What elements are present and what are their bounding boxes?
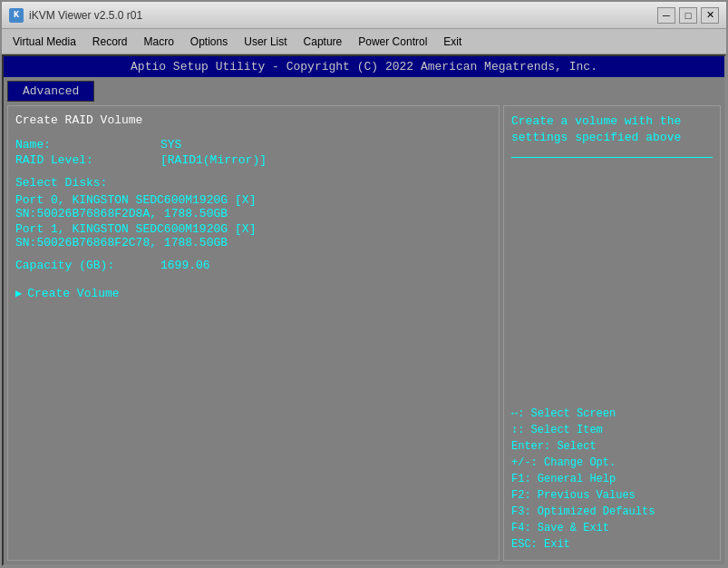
- key-hint-3: +/-: Change Opt.: [511, 455, 713, 471]
- key-hint-5: F2: Previous Values: [511, 487, 713, 504]
- name-label: Name:: [15, 138, 160, 152]
- title-bar-left: K iKVM Viewer v2.5.0 r01: [9, 8, 142, 23]
- bios-header: Aptio Setup Utility - Copyright (C) 2022…: [4, 56, 724, 77]
- close-button[interactable]: ✕: [701, 7, 719, 24]
- menu-bar: Virtual Media Record Macro Options User …: [2, 29, 726, 54]
- key-hint-8: ESC: Exit: [511, 536, 713, 553]
- create-volume-row[interactable]: ▶ Create Volume: [15, 287, 491, 300]
- create-volume-label: Create Volume: [27, 287, 119, 300]
- menu-power-control[interactable]: Power Control: [351, 33, 434, 51]
- disk1-name-row: Port 1, KINGSTON SEDC600M1920G [X]: [15, 222, 491, 236]
- menu-options[interactable]: Options: [183, 33, 235, 51]
- name-value: SYS: [160, 138, 181, 152]
- menu-macro[interactable]: Macro: [137, 33, 181, 51]
- minimize-button[interactable]: ─: [657, 7, 675, 24]
- bios-body: Create RAID Volume Name: SYS RAID Level:…: [4, 102, 724, 564]
- key-hints: ↔: Select Screen ↕: Select Item Enter: S…: [511, 406, 713, 553]
- bios-section-title: Create RAID Volume: [15, 113, 491, 127]
- disk1-name: Port 1, KINGSTON SEDC600M1920G: [15, 222, 228, 236]
- main-window: K iKVM Viewer v2.5.0 r01 ─ □ ✕ Virtual M…: [0, 0, 728, 568]
- disk0-serial: SN:50026B76868F2D8A, 1788.50GB: [15, 207, 491, 220]
- menu-record[interactable]: Record: [85, 33, 135, 51]
- select-disks-label: Select Disks:: [15, 176, 491, 190]
- maximize-button[interactable]: □: [679, 7, 697, 24]
- bios-content-area: Aptio Setup Utility - Copyright (C) 2022…: [2, 54, 726, 566]
- divider: [511, 157, 713, 158]
- capacity-row: Capacity (GB): 1699.06: [15, 259, 491, 272]
- tab-advanced[interactable]: Advanced: [7, 81, 94, 102]
- disk0-row: Port 0, KINGSTON SEDC600M1920G [X] SN:50…: [15, 193, 491, 220]
- disk0-name-row: Port 0, KINGSTON SEDC600M1920G [X]: [15, 193, 491, 207]
- title-bar: K iKVM Viewer v2.5.0 r01 ─ □ ✕: [2, 2, 726, 29]
- disk1-row: Port 1, KINGSTON SEDC600M1920G [X] SN:50…: [15, 222, 491, 250]
- disk1-serial: SN:50026B76868F2C78, 1788.50GB: [15, 236, 491, 250]
- create-volume-arrow: ▶: [15, 287, 22, 300]
- capacity-label: Capacity (GB):: [15, 259, 160, 272]
- bios-left-panel: Create RAID Volume Name: SYS RAID Level:…: [7, 105, 500, 561]
- key-hint-4: F1: General Help: [511, 471, 713, 487]
- disk0-name: Port 0, KINGSTON SEDC600M1920G: [15, 193, 228, 207]
- key-hint-6: F3: Optimized Defaults: [511, 504, 713, 520]
- key-hint-1: ↕: Select Item: [511, 422, 713, 438]
- raid-level-row: RAID Level: [RAID1(Mirror)]: [15, 153, 491, 167]
- capacity-value: 1699.06: [160, 259, 210, 272]
- key-hint-7: F4: Save & Exit: [511, 520, 713, 536]
- key-hint-0: ↔: Select Screen: [511, 406, 713, 422]
- menu-capture[interactable]: Capture: [296, 33, 350, 51]
- name-row: Name: SYS: [15, 138, 491, 152]
- bios-tab-bar: Advanced: [4, 77, 724, 102]
- help-text: Create a volume with the settings specif…: [511, 113, 713, 146]
- bios-right-panel: Create a volume with the settings specif…: [503, 105, 721, 561]
- menu-user-list[interactable]: User List: [237, 33, 294, 51]
- menu-virtual-media[interactable]: Virtual Media: [5, 33, 83, 51]
- window-title: iKVM Viewer v2.5.0 r01: [29, 9, 142, 22]
- raid-level-label: RAID Level:: [15, 153, 160, 167]
- menu-exit[interactable]: Exit: [436, 33, 469, 51]
- app-icon: K: [9, 8, 24, 23]
- key-hint-2: Enter: Select: [511, 438, 713, 455]
- disk1-check: [X]: [235, 222, 256, 236]
- title-bar-controls: ─ □ ✕: [657, 7, 719, 24]
- disk0-check: [X]: [235, 193, 256, 207]
- raid-level-value: [RAID1(Mirror)]: [160, 153, 267, 167]
